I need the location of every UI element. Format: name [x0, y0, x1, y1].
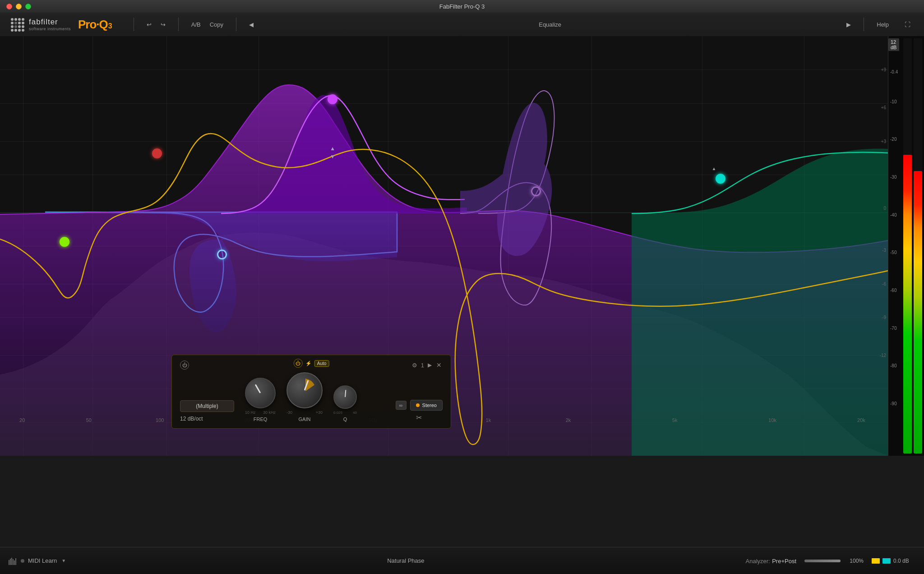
band-number: 1	[421, 362, 424, 369]
copy-button[interactable]: Copy	[205, 19, 228, 30]
toolbar-separator	[134, 18, 134, 31]
svg-point-12	[11, 29, 14, 32]
equalize-button[interactable]: Equalize	[534, 19, 566, 30]
svg-point-0	[11, 18, 14, 21]
meter-label: -0.4	[890, 69, 898, 74]
freq-label-2k: 2k	[566, 417, 571, 423]
grid-line	[0, 175, 888, 175]
controls-panel: ⏻ ⏻ ⚡ Auto ⚙ 1 ▶ ✕ (Multiple)	[171, 355, 451, 429]
meter-label: -20	[890, 137, 896, 142]
meter-label: -80	[890, 363, 896, 368]
grid-line	[0, 284, 888, 284]
freq-label-20k: 20k	[857, 417, 865, 423]
minimize-button[interactable]	[16, 4, 22, 9]
meter-label: -90	[890, 401, 896, 406]
grid-line-v	[702, 36, 702, 456]
product-name: Pro·Q3	[78, 18, 112, 32]
phase-button[interactable]: Natural Phase	[387, 557, 424, 564]
status-center: Natural Phase	[66, 557, 745, 564]
close-button[interactable]	[6, 4, 12, 9]
auto-button[interactable]: Auto	[314, 360, 329, 367]
filter-node-violet[interactable]	[531, 186, 541, 196]
analyzer-value[interactable]: Pre+Post	[772, 558, 796, 565]
q-label: Q	[343, 417, 347, 422]
filter-type-button[interactable]: (Multiple)	[180, 400, 234, 412]
grid-line	[0, 103, 888, 104]
grid-line-v	[804, 36, 804, 456]
meter-label: -70	[890, 326, 896, 331]
spectrum-icon[interactable]	[8, 556, 17, 565]
link-bands-button[interactable]: ∞	[396, 401, 407, 410]
svg-point-13	[14, 29, 17, 32]
eq-display[interactable]: +9 +6 +3 0 -3 -6 -9 -12 ▲ ▼ ▲ 12 dB -0.4…	[0, 36, 924, 456]
gain-power-button[interactable]: ⏻	[294, 359, 303, 368]
db-label-0: 0	[883, 206, 886, 211]
analyzer-label: Analyzer:	[746, 558, 770, 565]
band-indicator2: ▼	[330, 153, 335, 160]
db-label-p6: +6	[881, 105, 886, 110]
analyzer-control: Analyzer: Pre+Post	[746, 557, 797, 565]
prev-preset-button[interactable]: ◀	[245, 19, 258, 30]
settings-icon[interactable]: ⚙	[412, 362, 417, 369]
filter-node-cyan[interactable]	[716, 174, 725, 184]
toolbar-center: Equalize	[258, 19, 842, 30]
meter-label: -30	[890, 175, 896, 180]
scissors-icon[interactable]: ✂	[416, 413, 422, 422]
freq-label-1k: 1k	[486, 417, 491, 423]
ab-button[interactable]: A/B	[187, 19, 205, 30]
auto-icon[interactable]: ⚡	[305, 361, 312, 366]
next-preset-button[interactable]: ▶	[842, 19, 855, 30]
gain-knob[interactable]	[286, 372, 323, 408]
q-knob[interactable]	[333, 385, 357, 409]
meter-label: -60	[890, 288, 896, 293]
zoom-controls: 100%	[804, 558, 864, 564]
zoom-slider[interactable]	[804, 560, 841, 562]
grid-line-v	[166, 36, 167, 456]
filter-node-magenta[interactable]	[328, 94, 337, 104]
gain-range: -30 +30	[286, 410, 323, 415]
redo-button[interactable]: ↪	[156, 19, 170, 30]
db-label-m12: -12	[880, 352, 886, 357]
band-power-button[interactable]: ⏻	[180, 361, 189, 370]
freq-label-5k: 5k	[672, 417, 678, 423]
midi-learn-button[interactable]: MIDI Learn ▼	[21, 557, 66, 564]
svg-point-6	[18, 22, 21, 24]
svg-rect-19	[13, 559, 14, 565]
gain-label: GAIN	[299, 417, 311, 422]
db-label-p3: +3	[881, 139, 886, 144]
gain-knob-group: -30 +30 GAIN	[286, 372, 323, 422]
undo-button[interactable]: ↩	[142, 19, 156, 30]
grid-line-v	[23, 36, 23, 456]
filter-node-green-low[interactable]	[60, 237, 69, 247]
toolbar-separator3	[236, 18, 236, 31]
brand-subtitle: software instruments	[29, 27, 71, 31]
svg-rect-21	[15, 558, 16, 565]
stereo-button[interactable]: Stereo	[410, 400, 443, 411]
freq-knob[interactable]	[245, 378, 276, 408]
grid-line-v	[508, 36, 508, 456]
toolbar-separator4	[864, 18, 864, 31]
fullscreen-button[interactable]: ⛶	[900, 19, 915, 30]
svg-point-2	[18, 18, 21, 21]
svg-rect-20	[14, 560, 15, 565]
midi-learn-label: MIDI Learn	[28, 557, 57, 564]
filter-node-red[interactable]	[152, 148, 162, 158]
db-offset-value: 0.0 dB	[893, 558, 916, 564]
q-range: 0.025 40	[333, 411, 357, 415]
help-button[interactable]: Help	[872, 19, 893, 30]
band-controls-row: ∞ Stereo	[396, 400, 443, 411]
zoom-fill	[804, 560, 841, 562]
freq-label-10k: 10k	[768, 417, 776, 423]
close-panel-button[interactable]: ✕	[435, 361, 443, 370]
q-knob-group: 0.025 40 Q	[333, 385, 357, 422]
db-label-m3: -3	[882, 248, 886, 253]
window-title: FabFilter Pro-Q 3	[439, 3, 485, 10]
freq-label-20: 20	[19, 417, 25, 423]
svg-point-7	[22, 22, 24, 24]
grid-line	[0, 246, 888, 246]
cyan-indicator	[882, 558, 891, 564]
midi-dropdown-arrow[interactable]: ▼	[61, 558, 66, 563]
maximize-button[interactable]	[25, 4, 31, 9]
play-button[interactable]: ▶	[428, 362, 432, 368]
filter-node-blue[interactable]	[217, 250, 227, 259]
